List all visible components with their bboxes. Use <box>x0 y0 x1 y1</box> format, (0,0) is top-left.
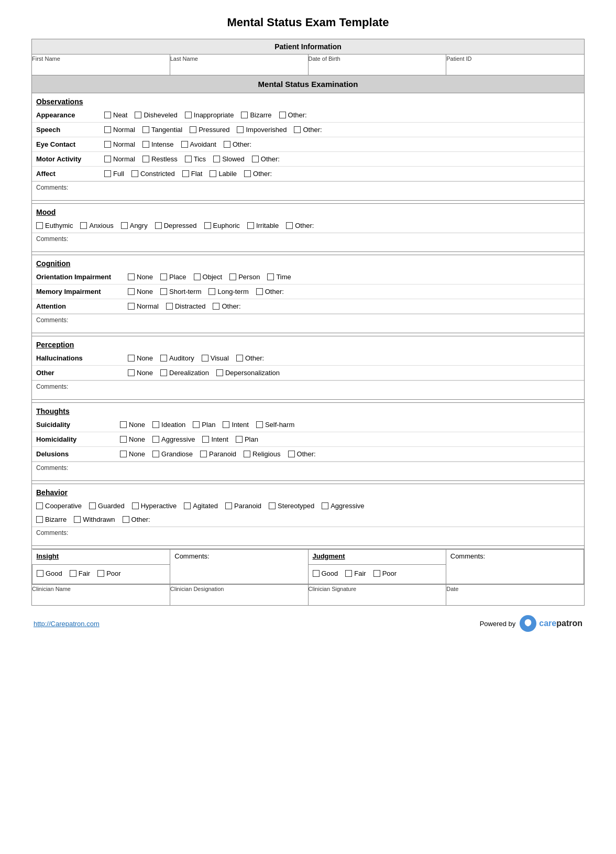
orient-object[interactable]: Object <box>194 273 223 281</box>
cognition-comments[interactable]: Comments: <box>32 314 584 333</box>
hall-visual[interactable]: Visual <box>202 354 229 362</box>
delus-paranoid[interactable]: Paranoid <box>200 450 236 458</box>
mood-euthymic[interactable]: Euthymic <box>36 222 73 229</box>
beh-agitated[interactable]: Agitated <box>184 502 218 510</box>
memory-long[interactable]: Long-term <box>208 288 248 295</box>
hall-none[interactable]: None <box>128 354 153 362</box>
insight-poor[interactable]: Poor <box>97 570 120 577</box>
mood-irritable[interactable]: Irritable <box>247 222 279 229</box>
suic-plan[interactable]: Plan <box>193 421 215 429</box>
homic-none[interactable]: None <box>120 435 145 443</box>
orient-time[interactable]: Time <box>267 273 291 281</box>
dob-field[interactable]: Date of Birth <box>308 54 446 75</box>
delus-none[interactable]: None <box>120 450 145 458</box>
motor-other[interactable]: Other: <box>252 155 280 163</box>
affect-flat[interactable]: Flat <box>182 170 203 178</box>
insight-fair[interactable]: Fair <box>70 570 90 577</box>
hall-auditory[interactable]: Auditory <box>160 354 194 362</box>
motor-restless[interactable]: Restless <box>142 155 178 163</box>
judgment-title: Judgment <box>313 552 345 560</box>
last-name-field[interactable]: Last Name <box>170 54 308 75</box>
attention-other[interactable]: Other: <box>213 302 240 310</box>
judgment-poor[interactable]: Poor <box>373 570 397 577</box>
affect-full[interactable]: Full <box>104 170 124 178</box>
speech-pressured[interactable]: Pressured <box>190 126 229 134</box>
homic-aggressive[interactable]: Aggressive <box>152 435 195 443</box>
thoughts-comments[interactable]: Comments: <box>32 462 584 480</box>
appearance-other[interactable]: Other: <box>279 111 307 119</box>
clinician-name-field[interactable]: Clinician Name <box>32 585 170 606</box>
eye-other[interactable]: Other: <box>224 140 251 148</box>
delus-grandiose[interactable]: Grandiose <box>152 450 193 458</box>
motor-tics[interactable]: Tics <box>185 155 206 163</box>
beh-hyperactive[interactable]: Hyperactive <box>132 502 177 510</box>
homic-intent[interactable]: Intent <box>202 435 228 443</box>
homic-plan[interactable]: Plan <box>236 435 258 443</box>
beh-aggressive[interactable]: Aggressive <box>322 502 364 510</box>
first-name-field[interactable]: First Name <box>32 54 170 75</box>
attention-normal[interactable]: Normal <box>128 302 159 310</box>
judgment-good[interactable]: Good <box>313 570 338 577</box>
patient-id-field[interactable]: Patient ID <box>446 54 585 75</box>
affect-labile[interactable]: Labile <box>210 170 237 178</box>
clinician-date-field[interactable]: Date <box>446 585 585 606</box>
beh-other[interactable]: Other: <box>123 516 150 523</box>
delus-religious[interactable]: Religious <box>244 450 280 458</box>
delus-other[interactable]: Other: <box>288 450 316 458</box>
beh-paranoid[interactable]: Paranoid <box>225 502 261 510</box>
affect-constricted[interactable]: Constricted <box>131 170 175 178</box>
insight-comments-label: Comments: <box>174 552 303 560</box>
speech-other[interactable]: Other: <box>294 126 322 134</box>
speech-impoverished[interactable]: Impoverished <box>237 126 287 134</box>
judgment-comments-cell[interactable]: Comments: <box>446 550 584 584</box>
eye-avoidant[interactable]: Avoidant <box>181 140 216 148</box>
mood-comments[interactable]: Comments: <box>32 233 584 251</box>
motor-slowed[interactable]: Slowed <box>213 155 245 163</box>
orient-place[interactable]: Place <box>160 273 186 281</box>
suic-none[interactable]: None <box>120 421 145 429</box>
attention-distracted[interactable]: Distracted <box>166 302 206 310</box>
observations-section: Observations Appearance Neat Disheveled … <box>32 93 585 201</box>
mood-euphoric[interactable]: Euphoric <box>204 222 240 229</box>
eye-intense[interactable]: Intense <box>142 140 174 148</box>
speech-tangential[interactable]: Tangential <box>142 126 182 134</box>
perception-comments[interactable]: Comments: <box>32 380 584 399</box>
behavior-comments[interactable]: Comments: <box>32 527 584 545</box>
clinician-signature-field[interactable]: Clinician Signature <box>308 585 446 606</box>
beh-stereotyped[interactable]: Stereotyped <box>269 502 314 510</box>
judgment-fair[interactable]: Fair <box>345 570 366 577</box>
carepatron-link[interactable]: http://Carepatron.com <box>34 620 100 628</box>
observations-comments[interactable]: Comments: <box>32 181 584 200</box>
percep-depersonalization[interactable]: Depersonalization <box>216 369 280 377</box>
speech-normal[interactable]: Normal <box>104 126 135 134</box>
insight-good[interactable]: Good <box>37 570 62 577</box>
percep-none[interactable]: None <box>128 369 153 377</box>
mood-depressed[interactable]: Depressed <box>155 222 197 229</box>
affect-other[interactable]: Other: <box>244 170 272 178</box>
appearance-inappropriate[interactable]: Inappropriate <box>185 111 234 119</box>
mood-anxious[interactable]: Anxious <box>80 222 113 229</box>
suic-ideation[interactable]: Ideation <box>152 421 185 429</box>
beh-bizarre[interactable]: Bizarre <box>36 516 67 523</box>
beh-guarded[interactable]: Guarded <box>89 502 125 510</box>
orient-person[interactable]: Person <box>229 273 260 281</box>
percep-derealization[interactable]: Derealization <box>160 369 209 377</box>
insight-comments-cell[interactable]: Comments: <box>170 550 308 584</box>
clinician-designation-field[interactable]: Clinician Designation <box>170 585 308 606</box>
memory-none[interactable]: None <box>128 288 153 295</box>
eye-normal[interactable]: Normal <box>104 140 135 148</box>
beh-withdrawn[interactable]: Withdrawn <box>74 516 115 523</box>
mood-other[interactable]: Other: <box>286 222 314 229</box>
memory-short[interactable]: Short-term <box>160 288 201 295</box>
appearance-neat[interactable]: Neat <box>104 111 127 119</box>
suic-selfharm[interactable]: Self-harm <box>256 421 294 429</box>
hall-other[interactable]: Other: <box>236 354 264 362</box>
memory-other[interactable]: Other: <box>256 288 284 295</box>
mood-angry[interactable]: Angry <box>121 222 148 229</box>
suic-intent[interactable]: Intent <box>223 421 249 429</box>
appearance-bizarre[interactable]: Bizarre <box>241 111 271 119</box>
beh-cooperative[interactable]: Cooperative <box>36 502 82 510</box>
motor-normal[interactable]: Normal <box>104 155 135 163</box>
orient-none[interactable]: None <box>128 273 153 281</box>
appearance-disheveled[interactable]: Disheveled <box>135 111 177 119</box>
